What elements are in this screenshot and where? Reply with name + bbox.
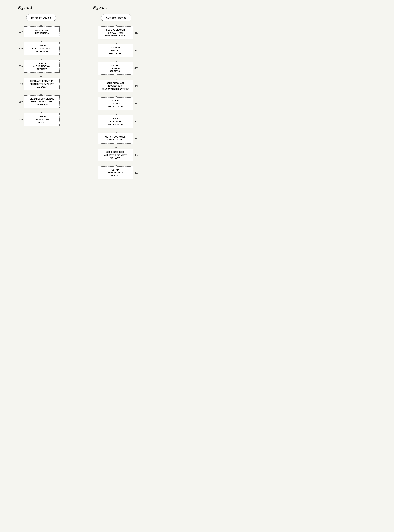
fig3-start-node: Merchant Device <box>26 14 56 21</box>
fig4-step-410: RECEIVE BEACONSIGNAL FROMMERCHANT DEVICE… <box>88 26 145 39</box>
arrow-head <box>115 61 117 62</box>
arrow-head <box>115 132 117 133</box>
fig4-box-470: OBTAIN CUSTOMERASSENT TO PAY <box>98 133 133 143</box>
fig4-step-470-num: 470 <box>135 137 141 140</box>
fig4-start-row: Customer Device <box>88 14 145 21</box>
fig4-arrow-1 <box>88 39 145 44</box>
fig3-step-320-num: 320 <box>16 47 23 50</box>
figure-3-flow: Merchant Device 310 OBTAIN ITEMINFORMATI… <box>13 14 69 126</box>
fig3-start-row: Merchant Device <box>13 14 69 21</box>
fig4-box-420: LAUNCHWALLETAPPLICATION <box>98 44 133 57</box>
arrow-line <box>41 72 41 76</box>
arrow-line <box>116 75 116 79</box>
fig3-arrow-3 <box>13 72 69 78</box>
arrow-line <box>116 143 116 147</box>
fig4-step-420: LAUNCHWALLETAPPLICATION 420 <box>88 44 145 57</box>
fig4-arrow-3 <box>88 75 145 80</box>
arrow-head <box>40 41 42 42</box>
arrow-head <box>115 96 117 97</box>
arrow-head <box>115 114 117 115</box>
arrow-head <box>115 43 117 44</box>
arrow-head <box>115 79 117 80</box>
fig4-box-480: SEND CUSTOMERASSENT TO PAYMENTGATEWAY <box>98 149 133 161</box>
fig4-box-440: SEND PURCHASEREQUEST WITHTRANSACTION IDE… <box>98 80 133 92</box>
arrow-head <box>115 165 117 167</box>
fig3-step-320: 320 OBTAINBEACON PAYMENTSELECTION <box>13 42 69 55</box>
fig3-step-330: 330 CREATEAUTHORIZATIONREQUEST <box>13 60 69 73</box>
figure-3-title: Figure 3 <box>18 5 32 10</box>
fig4-arrow-2 <box>88 57 145 62</box>
fig3-arrow-2 <box>13 55 69 60</box>
fig4-arrow-7 <box>88 143 145 149</box>
fig3-step-350: 350 SEND BEACON SIGNALWITH TRANSACTIONID… <box>13 96 69 108</box>
fig3-step-350-num: 350 <box>16 101 23 103</box>
arrow-line <box>116 161 116 165</box>
fig3-connector-1 <box>40 37 42 42</box>
fig4-box-460: DISPLAYPURCHASEINFORMATION <box>98 115 133 128</box>
fig3-box-310: OBTAIN ITEMINFORMATION <box>24 26 60 37</box>
fig3-arrow-1 <box>13 37 69 42</box>
fig4-step-490: OBTAINTRANSACTIONRESULT 490 <box>88 167 145 179</box>
fig3-arrow-5 <box>13 108 69 113</box>
fig4-connector-2 <box>115 57 117 62</box>
arrow-head <box>115 25 117 26</box>
fig3-box-330: CREATEAUTHORIZATIONREQUEST <box>24 60 60 73</box>
fig4-arrow-5 <box>88 110 145 115</box>
fig4-connector-3 <box>115 75 117 80</box>
fig4-step-480-num: 480 <box>135 154 141 156</box>
arrow-line <box>116 92 116 96</box>
fig3-step-340: 340 SEND AUTHORIZATIONREQUEST TO PAYMENT… <box>13 78 69 90</box>
arrow-line <box>116 128 116 132</box>
fig3-step-310-num: 310 <box>16 30 23 33</box>
fig4-step-460-num: 460 <box>135 120 141 123</box>
fig4-step-430-num: 430 <box>135 67 141 70</box>
arrow-line <box>116 39 116 43</box>
arrow-head <box>115 147 117 149</box>
fig4-arrow-6 <box>88 128 145 133</box>
arrow-head <box>40 59 42 60</box>
figure-4-title: Figure 4 <box>93 5 108 10</box>
fig4-connector-0 <box>115 21 117 26</box>
arrow-line <box>116 57 116 61</box>
fig4-connector-8 <box>115 161 117 167</box>
arrow-head <box>40 76 42 78</box>
fig4-step-440: SEND PURCHASEREQUEST WITHTRANSACTION IDE… <box>88 80 145 92</box>
fig3-connector-4 <box>40 90 42 96</box>
arrow-line <box>41 21 41 25</box>
fig3-step-340-num: 340 <box>16 83 23 85</box>
fig4-step-450-num: 450 <box>135 102 141 105</box>
fig4-step-430: OBTAINPAYMENTSELECTION 430 <box>88 62 145 75</box>
fig3-box-360: OBTAINTRANSACTIONRESULT <box>24 113 60 126</box>
fig3-step-360: 360 OBTAINTRANSACTIONRESULT <box>13 113 69 126</box>
fig3-box-320: OBTAINBEACON PAYMENTSELECTION <box>24 42 60 55</box>
arrow-line <box>41 90 41 94</box>
figure-4-column: Figure 4 Customer Device RECEIVE BEACONS… <box>88 5 145 179</box>
fig4-box-490: OBTAINTRANSACTIONRESULT <box>98 167 133 179</box>
fig4-box-410: RECEIVE BEACONSIGNAL FROMMERCHANT DEVICE <box>98 26 133 39</box>
page: Figure 3 Merchant Device 310 OBTAIN <box>4 5 154 179</box>
fig4-arrow-0 <box>88 21 145 26</box>
fig4-box-430: OBTAINPAYMENTSELECTION <box>98 62 133 75</box>
fig3-box-340: SEND AUTHORIZATIONREQUEST TO PAYMENTGATE… <box>24 78 60 90</box>
fig3-step-360-num: 360 <box>16 118 23 121</box>
fig4-step-470: OBTAIN CUSTOMERASSENT TO PAY 470 <box>88 133 145 143</box>
fig4-step-460: DISPLAYPURCHASEINFORMATION 460 <box>88 115 145 128</box>
fig3-connector-0 <box>40 21 42 26</box>
fig4-arrow-4 <box>88 92 145 97</box>
fig3-connector-3 <box>40 72 42 78</box>
fig4-connector-1 <box>115 39 117 44</box>
fig4-connector-4 <box>115 92 117 97</box>
arrow-line <box>116 21 116 25</box>
fig4-arrow-8 <box>88 161 145 167</box>
fig4-step-410-num: 410 <box>135 31 141 34</box>
arrow-line <box>41 37 41 41</box>
arrow-head <box>40 94 42 96</box>
fig4-start-node: Customer Device <box>101 14 131 21</box>
fig4-connector-6 <box>115 128 117 133</box>
fig3-arrow-4 <box>13 90 69 96</box>
arrow-line <box>116 110 116 114</box>
arrow-line <box>41 108 41 112</box>
fig3-connector-5 <box>40 108 42 113</box>
figure-4-flow: Customer Device RECEIVE BEACONSIGNAL FRO… <box>88 14 145 179</box>
fig4-box-450: RECEIVEPURCHASEINFORMATION <box>98 97 133 110</box>
